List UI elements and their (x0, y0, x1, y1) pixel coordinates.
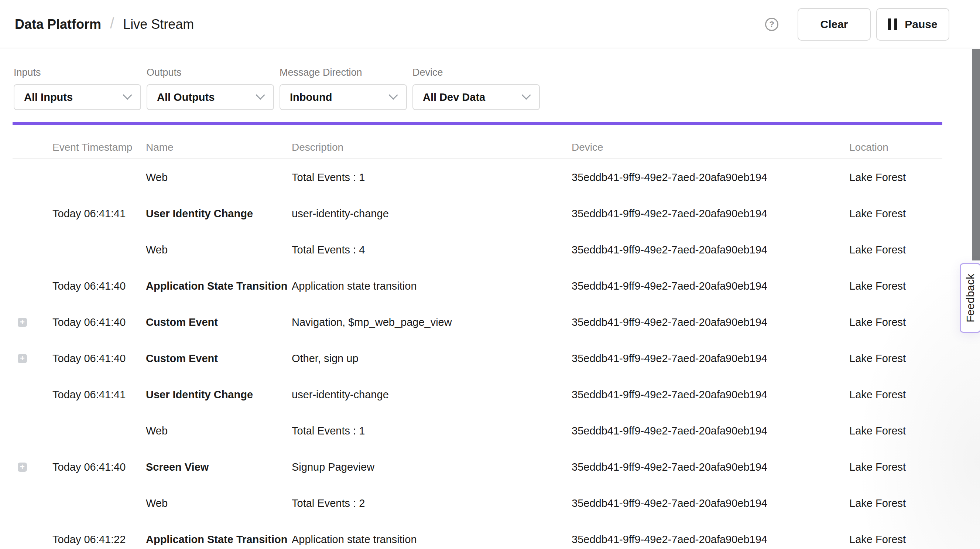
cell-name: Application State Transition (146, 268, 288, 304)
cell-description: user-identity-change (292, 195, 389, 231)
cell-name: Web (146, 231, 168, 268)
cell-location: Lake Forest (849, 195, 906, 231)
cell-device: 35eddb41-9ff9-49e2-7aed-20afa90eb194 (572, 159, 767, 195)
message-direction-dropdown[interactable]: Inbound (280, 84, 407, 110)
event-rows: + Web Total Events : 1 35eddb41-9ff9-49e… (13, 159, 942, 549)
event-row[interactable]: + Web Total Events : 4 35eddb41-9ff9-49e… (13, 231, 942, 268)
outputs-dropdown[interactable]: All Outputs (146, 84, 274, 110)
cell-description: user-identity-change (292, 377, 389, 413)
event-row[interactable]: + Web Total Events : 1 35eddb41-9ff9-49e… (13, 413, 942, 449)
cell-name: Custom Event (146, 340, 218, 377)
device-dropdown[interactable]: All Dev Data (412, 84, 540, 110)
cell-event-timestamp: Today 06:41:40 (52, 304, 126, 340)
plus-icon: + (20, 354, 25, 362)
event-row[interactable]: + Today 06:41:40 Custom Event Other, sig… (13, 340, 942, 377)
event-row[interactable]: + Today 06:41:40 Application State Trans… (13, 268, 942, 304)
filter-device-label: Device (412, 67, 540, 78)
cell-device: 35eddb41-9ff9-49e2-7aed-20afa90eb194 (572, 521, 767, 549)
expand-button[interactable]: + (18, 354, 27, 363)
cell-name: User Identity Change (146, 195, 253, 231)
feedback-tab[interactable]: Feedback (960, 263, 980, 333)
question-mark-icon: ? (769, 19, 774, 29)
expand-button[interactable]: + (18, 318, 27, 327)
cell-device: 35eddb41-9ff9-49e2-7aed-20afa90eb194 (572, 377, 767, 413)
column-header-description: Description (292, 142, 344, 153)
cell-device: 35eddb41-9ff9-49e2-7aed-20afa90eb194 (572, 340, 767, 377)
chevron-down-icon (256, 91, 265, 100)
outputs-dropdown-value: All Outputs (157, 91, 257, 104)
pause-button[interactable]: Pause (876, 8, 949, 41)
event-row[interactable]: + Today 06:41:40 Custom Event Navigation… (13, 304, 942, 340)
event-row[interactable]: + Today 06:41:41 User Identity Change us… (13, 377, 942, 413)
breadcrumb: Data Platform / Live Stream (15, 0, 194, 48)
feedback-tab-label: Feedback (964, 274, 977, 322)
cell-description: Total Events : 1 (292, 413, 365, 449)
cell-name: Screen View (146, 449, 208, 485)
expand-button[interactable]: + (18, 463, 27, 472)
cell-name: User Identity Change (146, 377, 253, 413)
filter-outputs-label: Outputs (146, 67, 274, 78)
breadcrumb-separator: / (110, 15, 114, 32)
cell-device: 35eddb41-9ff9-49e2-7aed-20afa90eb194 (572, 231, 767, 268)
cell-description: Total Events : 1 (292, 159, 365, 195)
vertical-scrollbar-thumb[interactable] (972, 49, 980, 260)
event-row[interactable]: + Today 06:41:22 Application State Trans… (13, 521, 942, 549)
help-button[interactable]: ? (765, 18, 778, 31)
column-header-name: Name (146, 142, 173, 153)
cell-location: Lake Forest (849, 231, 906, 268)
cell-description: Application state transition (292, 521, 417, 549)
event-table-header: Event Timestamp Name Description Device … (13, 125, 942, 158)
page-header: Data Platform / Live Stream ? Clear Paus… (0, 0, 980, 48)
inputs-dropdown[interactable]: All Inputs (14, 84, 141, 110)
pause-button-label: Pause (905, 18, 937, 31)
cell-device: 35eddb41-9ff9-49e2-7aed-20afa90eb194 (572, 195, 767, 231)
event-row[interactable]: + Web Total Events : 1 35eddb41-9ff9-49e… (13, 159, 942, 195)
filter-inputs: Inputs All Inputs (14, 67, 141, 110)
cell-location: Lake Forest (849, 485, 906, 521)
column-header-device: Device (572, 142, 603, 153)
cell-name: Web (146, 159, 168, 195)
filter-device: Device All Dev Data (412, 67, 540, 110)
cell-device: 35eddb41-9ff9-49e2-7aed-20afa90eb194 (572, 268, 767, 304)
breadcrumb-data-platform[interactable]: Data Platform (15, 17, 101, 32)
clear-button[interactable]: Clear (798, 8, 871, 41)
cell-description: Other, sign up (292, 340, 358, 377)
filter-outputs: Outputs All Outputs (146, 67, 274, 110)
cell-event-timestamp: Today 06:41:40 (52, 268, 126, 304)
event-row[interactable]: + Today 06:41:40 Screen View Signup Page… (13, 449, 942, 485)
message-direction-dropdown-value: Inbound (290, 91, 390, 104)
cell-description: Total Events : 2 (292, 485, 365, 521)
chevron-down-icon (522, 91, 531, 100)
cell-name: Application State Transition (146, 521, 288, 549)
column-header-event-timestamp: Event Timestamp (52, 142, 132, 153)
cell-name: Web (146, 485, 168, 521)
cell-location: Lake Forest (849, 449, 906, 485)
cell-location: Lake Forest (849, 413, 906, 449)
header-actions: ? Clear Pause (765, 0, 949, 48)
filter-message-direction-label: Message Direction (280, 67, 407, 78)
cell-device: 35eddb41-9ff9-49e2-7aed-20afa90eb194 (572, 304, 767, 340)
cell-location: Lake Forest (849, 377, 906, 413)
cell-description: Signup Pageview (292, 449, 374, 485)
cell-event-timestamp: Today 06:41:41 (52, 377, 126, 413)
cell-event-timestamp: Today 06:41:40 (52, 449, 126, 485)
plus-icon: + (20, 463, 25, 471)
event-row[interactable]: + Today 06:41:41 User Identity Change us… (13, 195, 942, 231)
cell-location: Lake Forest (849, 159, 906, 195)
cell-device: 35eddb41-9ff9-49e2-7aed-20afa90eb194 (572, 449, 767, 485)
plus-icon: + (20, 318, 25, 326)
cell-location: Lake Forest (849, 304, 906, 340)
cell-event-timestamp: Today 06:41:41 (52, 195, 126, 231)
cell-device: 35eddb41-9ff9-49e2-7aed-20afa90eb194 (572, 485, 767, 521)
cell-location: Lake Forest (849, 268, 906, 304)
cell-event-timestamp: Today 06:41:22 (52, 521, 126, 549)
live-stream-page: Data Platform / Live Stream ? Clear Paus… (0, 0, 980, 549)
filter-message-direction: Message Direction Inbound (280, 67, 407, 110)
column-header-location: Location (849, 142, 888, 153)
event-row[interactable]: + Web Total Events : 2 35eddb41-9ff9-49e… (13, 485, 942, 521)
device-dropdown-value: All Dev Data (423, 91, 523, 104)
inputs-dropdown-value: All Inputs (24, 91, 124, 104)
filter-inputs-label: Inputs (14, 67, 141, 78)
pause-icon (888, 19, 897, 30)
cell-description: Navigation, $mp_web_page_view (292, 304, 452, 340)
